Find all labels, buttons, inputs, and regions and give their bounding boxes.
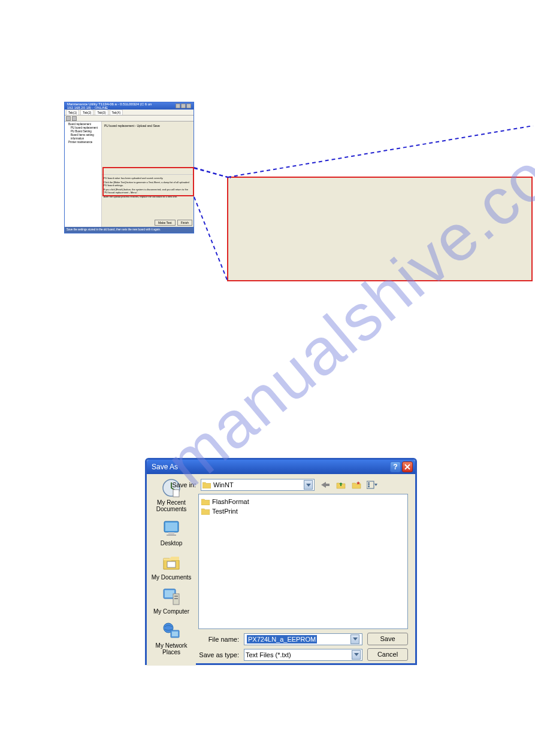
highlight-box-small (102, 167, 194, 196)
minimize-icon[interactable] (176, 104, 180, 108)
place-label: My Network Places (147, 642, 196, 655)
place-network-places[interactable]: My Network Places (147, 621, 196, 655)
computer-icon (161, 587, 182, 607)
maint-tab-3[interactable]: Tab(3) (95, 110, 108, 115)
maint-tree: Board replacement PU board replacement P… (65, 122, 102, 227)
svg-rect-8 (167, 535, 176, 536)
maint-title-text: Maintenance Utility T1134-06 a - 0.51L00… (67, 102, 176, 110)
file-name: TestPrint (212, 508, 238, 515)
svg-rect-6 (165, 523, 177, 531)
svg-line-1 (194, 197, 228, 281)
chevron-down-icon[interactable] (350, 634, 359, 644)
maint-titlebar: Maintenance Utility T1134-06 a - 0.51L00… (65, 102, 194, 110)
filename-input[interactable]: PX724LN_a_EEPROM (244, 633, 362, 645)
maint-toolbar (65, 116, 194, 122)
save-button[interactable]: Save (367, 633, 408, 645)
file-item-flashformat[interactable]: FlashFormat (201, 497, 405, 506)
svg-rect-13 (174, 596, 178, 597)
filename-label: File name: (198, 636, 239, 643)
saveas-places-bar: My Recent Documents Desktop My Documents… (147, 474, 196, 666)
svg-line-2 (228, 126, 533, 177)
place-desktop[interactable]: Desktop (161, 518, 183, 546)
saveastype-combo[interactable]: Text Files (*.txt) (244, 649, 362, 661)
chevron-down-icon[interactable] (304, 480, 313, 490)
close-icon[interactable] (402, 462, 413, 472)
place-label: My Computer (153, 608, 189, 615)
toolbar-icon-1[interactable] (66, 116, 71, 121)
svg-rect-20 (368, 484, 370, 485)
desktop-icon (161, 518, 182, 539)
maint-tab-1[interactable]: Tab(1) (66, 110, 79, 115)
file-list[interactable]: FlashFormat TestPrint (198, 494, 408, 629)
saveastype-label: Save as type: (198, 651, 239, 658)
place-label: Desktop (161, 540, 183, 546)
svg-rect-19 (368, 482, 370, 484)
svg-rect-18 (367, 481, 374, 488)
back-icon[interactable] (319, 479, 331, 491)
chevron-down-icon[interactable] (352, 650, 361, 660)
place-my-computer[interactable]: My Computer (153, 587, 189, 615)
tree-item-4[interactable]: Printer maintenance (66, 141, 100, 144)
folder-icon (201, 498, 210, 505)
svg-rect-21 (368, 486, 370, 487)
maximize-icon[interactable] (181, 104, 186, 108)
close-icon[interactable] (186, 104, 191, 108)
saveastype-value: Text Files (*.txt) (246, 651, 291, 658)
cancel-button[interactable]: Cancel (367, 648, 408, 661)
up-folder-icon[interactable] (335, 479, 347, 491)
filename-value: PX724LN_a_EEPROM (247, 635, 317, 643)
view-menu-icon[interactable] (366, 479, 378, 491)
saveas-dialog: Save As ? My Recent Documents Desktop My… (145, 458, 417, 665)
place-label: My Recent Documents (147, 499, 196, 512)
network-icon (161, 621, 182, 641)
maketest-button[interactable]: Make Test (155, 220, 176, 226)
connector-top-dash (228, 126, 535, 180)
svg-rect-17 (172, 631, 178, 636)
finish-button[interactable]: Finish (177, 220, 192, 226)
highlight-box-large (227, 177, 533, 281)
connector-lines (192, 165, 231, 284)
savein-combo[interactable]: WinNT (201, 479, 315, 491)
svg-line-0 (194, 168, 228, 177)
savein-label: Save in: (155, 481, 196, 488)
help-icon[interactable]: ? (390, 462, 401, 472)
file-item-testprint[interactable]: TestPrint (201, 506, 405, 516)
saveas-title-text: Save As (152, 463, 178, 471)
place-label: My Documents (152, 574, 192, 581)
documents-icon (161, 552, 182, 573)
maint-statusbar: Save the settings stored in the old boar… (65, 227, 194, 233)
file-name: FlashFormat (212, 498, 249, 505)
folder-icon (202, 481, 211, 488)
svg-rect-7 (168, 532, 174, 535)
maint-tabs: Tab(1) Tab(2) Tab(3) Tab(X) (65, 110, 194, 116)
svg-rect-9 (167, 561, 176, 567)
svg-rect-14 (174, 598, 178, 599)
saveas-main: Save in: WinNT FlashFormat (196, 474, 415, 666)
savein-value: WinNT (213, 481, 234, 488)
toolbar-icon-2[interactable] (72, 116, 77, 121)
maint-buttons: Make Test Finish (155, 220, 192, 226)
saveas-titlebar: Save As ? (147, 460, 415, 474)
maint-tab-2[interactable]: Tab(2) (80, 110, 93, 115)
tree-item-3[interactable]: Board Items setting information (66, 133, 100, 141)
maint-panel-title: PU board replacement - Upload and Save (103, 123, 192, 129)
folder-icon (201, 508, 210, 515)
place-my-documents[interactable]: My Documents (152, 552, 192, 581)
maint-tab-x[interactable]: Tab(X) (110, 110, 123, 115)
new-folder-icon[interactable] (350, 479, 362, 491)
